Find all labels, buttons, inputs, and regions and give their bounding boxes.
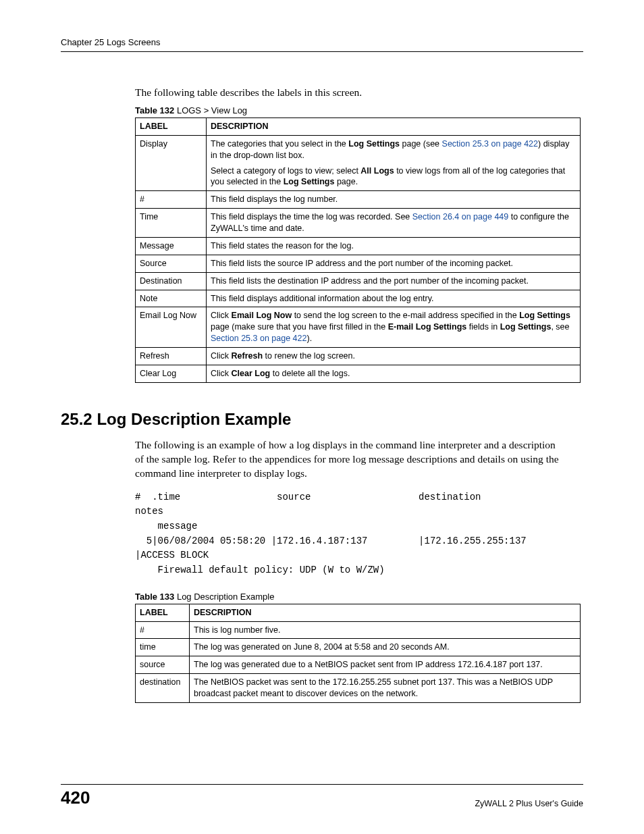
page-number: 420: [61, 787, 90, 808]
table-132: LABEL DESCRIPTION DisplayThe categories …: [135, 118, 581, 383]
cross-reference-link[interactable]: Section 26.4 on page 449: [412, 212, 508, 221]
table-132-caption: Table 132 LOGS > View Log: [135, 105, 583, 115]
guide-name: ZyWALL 2 Plus User's Guide: [475, 799, 583, 808]
table-row: sourceThe log was generated due to a Net…: [136, 656, 581, 674]
cell-description: This is log number five.: [190, 621, 581, 639]
cell-label: Email Log Now: [136, 307, 207, 348]
table-row: NoteThis field displays additional infor…: [136, 290, 581, 307]
cell-description: The categories that you select in the Lo…: [207, 135, 581, 191]
table-133-caption: Table 133 Log Description Example: [135, 592, 583, 602]
cell-label: #: [136, 621, 190, 639]
cell-description: This field displays additional informati…: [207, 290, 581, 307]
col-label: LABEL: [136, 118, 207, 135]
table-132-caption-number: Table 132: [135, 105, 174, 115]
table-133-caption-text: Log Description Example: [174, 592, 274, 602]
table-row: timeThe log was generated on June 8, 200…: [136, 639, 581, 656]
table-row: Email Log NowClick Email Log Now to send…: [136, 307, 581, 348]
section-body: The following is an example of how a log…: [135, 438, 563, 481]
cell-description: This field states the reason for the log…: [207, 237, 581, 255]
table-row: MessageThis field states the reason for …: [136, 237, 581, 255]
table-row: #This field displays the log number.: [136, 191, 581, 209]
cell-label: source: [136, 656, 190, 674]
cell-label: destination: [136, 674, 190, 703]
cell-description: Click Clear Log to delete all the logs.: [207, 365, 581, 382]
table-row: LABEL DESCRIPTION: [136, 118, 581, 135]
table-row: DestinationThis field lists the destinat…: [136, 272, 581, 290]
log-example-code: # .time source destination notes message…: [135, 490, 563, 578]
table-133: LABEL DESCRIPTION #This is log number fi…: [135, 604, 581, 703]
cell-description: The log was generated on June 8, 2004 at…: [190, 639, 581, 656]
table-row: DisplayThe categories that you select in…: [136, 135, 581, 191]
cell-label: time: [136, 639, 190, 656]
table-row: SourceThis field lists the source IP add…: [136, 255, 581, 272]
chapter-header: Chapter 25 Logs Screens: [61, 37, 583, 52]
cell-description: This field displays the time the log was…: [207, 209, 581, 238]
cell-label: Display: [136, 135, 207, 191]
cell-description: The NetBIOS packet was sent to the 172.1…: [190, 674, 581, 703]
table-row: #This is log number five.: [136, 621, 581, 639]
cell-label: Source: [136, 255, 207, 272]
page-footer: 420 ZyWALL 2 Plus User's Guide: [61, 784, 583, 808]
table-row: TimeThis field displays the time the log…: [136, 209, 581, 238]
cell-label: Clear Log: [136, 365, 207, 382]
table-row: LABEL DESCRIPTION: [136, 604, 581, 621]
cell-label: #: [136, 191, 207, 209]
cell-description: This field displays the log number.: [207, 191, 581, 209]
table-132-caption-text: LOGS > View Log: [174, 105, 247, 115]
cell-label: Note: [136, 290, 207, 307]
cell-label: Message: [136, 237, 207, 255]
cell-label: Refresh: [136, 348, 207, 365]
table-row: destinationThe NetBIOS packet was sent t…: [136, 674, 581, 703]
cross-reference-link[interactable]: Section 25.3 on page 422: [211, 334, 306, 343]
cell-description: Click Refresh to renew the log screen.: [207, 348, 581, 365]
cell-description: This field lists the destination IP addr…: [207, 272, 581, 290]
col-description: DESCRIPTION: [190, 604, 581, 621]
cell-description: Click Email Log Now to send the log scre…: [207, 307, 581, 348]
col-description: DESCRIPTION: [207, 118, 581, 135]
cell-description: This field lists the source IP address a…: [207, 255, 581, 272]
cell-description: The log was generated due to a NetBIOS p…: [190, 656, 581, 674]
section-heading: 25.2 Log Description Example: [61, 410, 583, 429]
intro-paragraph: The following table describes the labels…: [135, 86, 583, 100]
table-row: Clear LogClick Clear Log to delete all t…: [136, 365, 581, 382]
cell-label: Time: [136, 209, 207, 238]
table-row: RefreshClick Refresh to renew the log sc…: [136, 348, 581, 365]
cross-reference-link[interactable]: Section 25.3 on page 422: [442, 139, 538, 149]
col-label: LABEL: [136, 604, 190, 621]
cell-label: Destination: [136, 272, 207, 290]
table-133-caption-number: Table 133: [135, 592, 174, 602]
